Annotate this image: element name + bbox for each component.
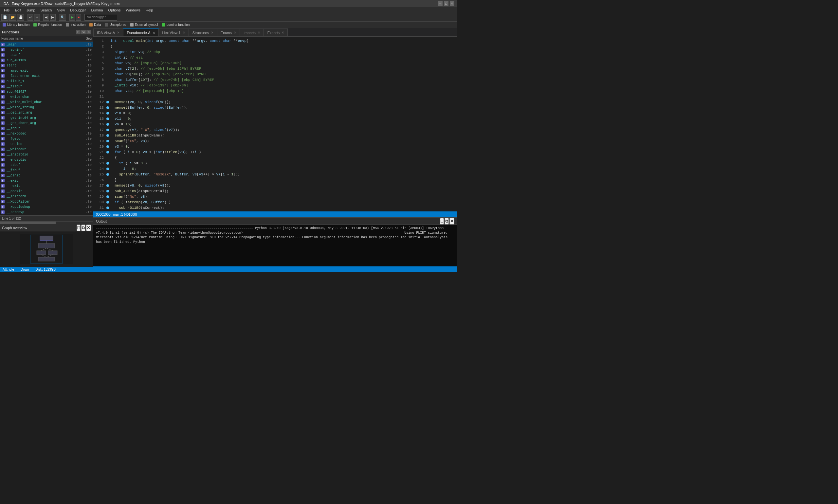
function-list-item[interactable]: f__xcptlookup.te [0,204,93,210]
function-list-item[interactable]: f__initstdio.te [0,152,93,157]
code-line[interactable]: 21 for ( i = 0; v3 < (int)strlen(v8); ++… [93,149,457,155]
nav-fwd[interactable]: ▶ [50,14,56,21]
function-list-item[interactable]: f__fgetc.te [0,136,93,141]
code-line[interactable]: 29 scanf("%s", v8); [93,194,457,199]
function-list-item[interactable]: fnullsub_1.te [0,78,93,84]
functions-float-button[interactable]: ⧉ [81,30,86,34]
menu-item-windows[interactable]: Windows [123,8,143,12]
code-line[interactable]: 20 v3 = 0; [93,144,457,149]
code-line[interactable]: 2{ [93,43,457,49]
minimize-button[interactable]: ─ [438,1,443,6]
function-list-item[interactable]: f__write_multi_char.te [0,100,93,105]
code-line[interactable]: 3 signed int v3; // ebp [93,49,457,55]
run-button[interactable]: ▶ [69,14,75,21]
code-line[interactable]: 26 } [93,177,457,183]
code-line[interactable]: 18 sub_4011B9(aInputName); [93,132,457,138]
output-detach-button[interactable]: □ [440,218,444,224]
code-line[interactable]: 27 memset(v8, 0, sizeof(v8)); [93,183,457,188]
function-list-item[interactable]: f__cinit.te [0,173,93,178]
function-list-item[interactable]: f__scanf.te [0,52,93,58]
function-list-item[interactable]: f__sprintf.te [0,47,93,52]
function-list-item[interactable]: f_main.te [0,42,93,47]
graph-float-button[interactable]: ⧉ [81,224,86,231]
code-line[interactable]: 30 if ( !strcmp(v8, Buffer) ) [93,199,457,205]
function-list-item[interactable]: fstart.te [0,63,93,68]
code-line[interactable]: 31 sub_4011B9(aCorrect); [93,205,457,211]
function-list-item[interactable]: f__input.te [0,126,93,131]
function-list-item[interactable]: f__XcptFilter.te [0,199,93,204]
search-button[interactable]: 🔍 [59,14,66,21]
output-float-button[interactable]: ⧉ [445,218,449,224]
function-list-item[interactable]: f__exit.te [0,178,93,183]
code-line[interactable]: 14 v10 = 0; [93,110,457,116]
tab-close-button[interactable]: ✕ [211,31,213,34]
function-list-item[interactable]: f__amsg_exit.te [0,68,93,73]
function-list-item[interactable]: f__hextodec.te [0,131,93,136]
code-line[interactable]: 12 memset(v8, 0, sizeof(v8)); [93,99,457,105]
tab-hex-view-1[interactable]: Hex View-1✕ [159,29,189,36]
code-line[interactable]: 23 if ( i >= 3 ) [93,160,457,166]
function-list-item[interactable]: f__get_short_arg.te [0,121,93,126]
menu-item-jump[interactable]: Jump [24,8,38,12]
menu-item-file[interactable]: File [1,8,13,12]
menu-item-debugger[interactable]: Debugger [68,8,88,12]
code-line[interactable]: 19 scanf("%s", v8); [93,138,457,144]
code-line[interactable]: 5 char v6; // [esp+Ch] [ebp-130h] [93,60,457,66]
function-list-item[interactable]: f__get_int64_arg.te [0,115,93,121]
code-line[interactable]: 22 { [93,155,457,160]
menu-item-lumina[interactable]: Lumina [88,8,105,12]
save-button[interactable]: 💾 [17,14,24,21]
function-list-item[interactable]: f__stbuf.te [0,162,93,167]
tab-close-button[interactable]: ✕ [153,31,155,35]
function-list-item[interactable]: f__flsbuf.te [0,84,93,89]
menu-item-search[interactable]: Search [38,8,55,12]
menu-item-view[interactable]: View [54,8,68,12]
code-line[interactable]: 8 char Buffer[197]; // [esp+74h] [ebp-C8… [93,77,457,83]
graph-detach-button[interactable]: □ [76,224,81,231]
function-list-item[interactable]: f__setenvp.te [0,210,93,215]
function-list-item[interactable]: f__ftbuf.te [0,167,93,173]
tab-imports[interactable]: Imports✕ [240,29,264,36]
function-list-item[interactable]: f__fast_error_exit.te [0,73,93,78]
output-close-button[interactable]: ✕ [449,218,454,224]
code-line[interactable]: 4 int i; // esi [93,55,457,60]
graph-close-button[interactable]: ✕ [86,224,91,231]
code-line[interactable]: 15 v11 = 0; [93,116,457,122]
function-list-item[interactable]: fsub_4011B9.te [0,58,93,63]
function-list-scrollbar[interactable] [0,221,93,224]
tab-close-button[interactable]: ✕ [234,31,236,34]
code-line[interactable]: 6 char v7[2]; // [esp+Dh] [ebp-12Fh] BYR… [93,66,457,71]
graph-overview-content[interactable] [0,231,93,267]
new-button[interactable]: 📄 [1,14,8,21]
code-line[interactable]: 13 memset(Buffer, 0, sizeof(Buffer)); [93,105,457,110]
code-area[interactable]: 1int __cdecl main(int argc, const char *… [93,37,457,212]
tab-close-button[interactable]: ✕ [117,31,120,34]
function-list[interactable]: f_main.tef__sprintf.tef__scanf.tefsub_40… [0,42,93,215]
nav-back[interactable]: ◀ [43,14,49,21]
function-list-item[interactable]: f__initterm.te [0,194,93,199]
output-content[interactable]: ----------------------------------------… [93,225,457,266]
code-line[interactable]: 24 i = 0; [93,166,457,172]
function-list-item[interactable]: f__get_int_arg.te [0,110,93,115]
functions-detach-button[interactable]: □ [76,30,81,34]
debugger-selector[interactable] [85,14,117,21]
tab-close-button[interactable]: ✕ [282,31,284,34]
code-line[interactable]: 17 qmemcpy(v7, " 0", sizeof(v7)); [93,127,457,132]
tab-ida-view-a[interactable]: IDA View-A✕ [93,29,123,36]
tab-enums[interactable]: Enums✕ [217,29,240,36]
code-line[interactable]: 1int __cdecl main(int argc, const char *… [93,38,457,43]
function-list-item[interactable]: f__write_char.te [0,94,93,100]
menu-item-options[interactable]: Options [106,8,123,12]
maximize-button[interactable]: □ [444,1,448,6]
function-list-item[interactable]: f__un_inc.te [0,141,93,147]
function-list-item[interactable]: fsub_401427.te [0,89,93,94]
code-line[interactable]: 9 _int16 v10; // [esp+139h] [ebp-3h] [93,83,457,88]
code-line[interactable]: 25 sprintf(Buffer, "%s%02X", Buffer, v8[… [93,172,457,177]
open-button[interactable]: 📂 [9,14,16,21]
function-list-item[interactable]: f___exit.te [0,183,93,188]
code-line[interactable]: 10 char v11; // [esp+13Bh] [ebp-1h] [93,88,457,94]
function-list-item[interactable]: f__write_string.te [0,105,93,110]
function-list-item[interactable]: f__doexit.te [0,188,93,194]
redo-button[interactable]: ↪ [34,14,40,21]
undo-button[interactable]: ↩ [28,14,33,21]
